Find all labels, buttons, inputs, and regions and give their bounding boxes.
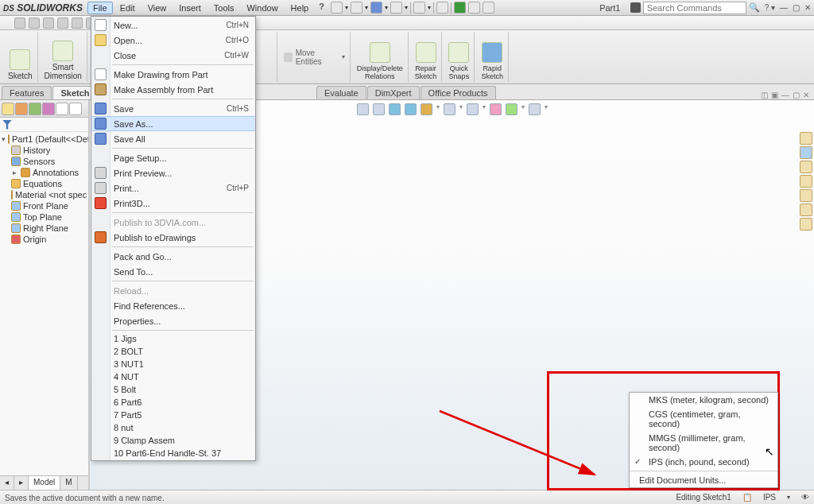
- file-save-all[interactable]: Save All: [91, 131, 255, 146]
- recent-file[interactable]: 2 BOLT: [91, 345, 255, 358]
- vp-icon[interactable]: ▢: [793, 91, 800, 99]
- vp-icon[interactable]: ◫: [761, 91, 768, 99]
- taskpane-icon[interactable]: [800, 132, 812, 145]
- vp-icon[interactable]: ▣: [771, 91, 778, 99]
- section-icon[interactable]: [405, 103, 417, 115]
- taskpane-icon[interactable]: [800, 218, 812, 231]
- tree-item[interactable]: Origin: [0, 234, 88, 245]
- menu-tools[interactable]: Tools: [208, 2, 240, 14]
- recent-file[interactable]: 10 Part6-End Handle-St. 37: [91, 447, 255, 459]
- menu-edit[interactable]: Edit: [114, 2, 141, 14]
- tab-model[interactable]: Model: [29, 476, 60, 490]
- tab-features[interactable]: Features: [2, 86, 52, 99]
- tree-item[interactable]: Equations: [0, 178, 88, 189]
- file-open[interactable]: Open...Ctrl+O: [91, 33, 255, 48]
- scene-icon[interactable]: [506, 103, 517, 115]
- qat-icon[interactable]: [29, 17, 40, 29]
- recent-file[interactable]: 4 NUT: [91, 370, 255, 383]
- bt-arrow[interactable]: ▸: [14, 476, 29, 490]
- recent-file[interactable]: 6 Part6: [91, 396, 255, 409]
- file-send-to[interactable]: Send To...: [91, 264, 255, 279]
- ribbon-repair-sketch[interactable]: Repair Sketch: [410, 32, 443, 82]
- search-go-icon[interactable]: 🔍: [749, 2, 760, 13]
- units-mks[interactable]: MKS (meter, kilogram, second): [630, 393, 777, 407]
- search-input[interactable]: Search Commands: [643, 2, 746, 14]
- minimize-icon[interactable]: —: [780, 3, 788, 12]
- taskpane-icon[interactable]: [800, 161, 812, 173]
- recent-file[interactable]: 9 Clamp Assem: [91, 434, 255, 447]
- file-close[interactable]: CloseCtrl+W: [91, 48, 255, 63]
- menu-file[interactable]: File: [87, 2, 113, 14]
- prev-view-icon[interactable]: [389, 103, 401, 115]
- fm-tab-icon[interactable]: [29, 103, 41, 115]
- new-doc-icon[interactable]: [331, 2, 343, 14]
- tree-root[interactable]: ▾Part1 (Default<<Default: [0, 134, 88, 145]
- vp-icon[interactable]: —: [781, 91, 789, 99]
- tree-item[interactable]: Front Plane: [0, 200, 88, 211]
- fm-tab-icon[interactable]: [69, 103, 82, 115]
- save-icon[interactable]: [370, 2, 382, 14]
- search-commands[interactable]: Search Commands 🔍: [630, 2, 760, 14]
- taskpane-icon[interactable]: [800, 146, 812, 159]
- bt-arrow[interactable]: ◂: [0, 476, 14, 490]
- recent-file[interactable]: 7 Part5: [91, 409, 255, 421]
- menu-view[interactable]: View: [142, 2, 172, 14]
- tree-item[interactable]: Right Plane: [0, 223, 88, 234]
- fm-tab-icon[interactable]: [2, 103, 14, 115]
- tab-evaluate[interactable]: Evaluate: [316, 86, 366, 99]
- taskpane-icon[interactable]: [800, 189, 812, 202]
- options-icon[interactable]: [454, 2, 466, 14]
- display-style-icon[interactable]: [444, 103, 455, 115]
- ribbon-move[interactable]: Move Entities▾: [279, 32, 351, 82]
- file-save[interactable]: SaveCtrl+S: [91, 101, 255, 116]
- status-units[interactable]: IPS: [763, 493, 776, 502]
- tree-item[interactable]: Material <not spec: [0, 189, 88, 200]
- help-icon[interactable]: ?: [319, 2, 324, 14]
- tree-item[interactable]: ▸Annotations: [0, 167, 88, 178]
- ribbon-sketch[interactable]: Sketch: [3, 32, 38, 82]
- tree-item[interactable]: History: [0, 145, 88, 156]
- recent-file[interactable]: 5 Bolt: [91, 383, 255, 396]
- units-cgs[interactable]: CGS (centimeter, gram, second): [630, 407, 777, 431]
- ribbon-quick-snaps[interactable]: Quick Snaps: [444, 32, 475, 82]
- maximize-icon[interactable]: ▢: [793, 3, 800, 12]
- fm-tab-icon[interactable]: [15, 103, 28, 115]
- fm-tab-icon[interactable]: [42, 103, 55, 115]
- file-print[interactable]: Print...Ctrl+P: [91, 180, 255, 196]
- file-print3d[interactable]: Print3D...: [91, 196, 255, 211]
- recent-file[interactable]: 8 nut: [91, 421, 255, 434]
- zoom-fit-icon[interactable]: [357, 103, 369, 115]
- taskpane-icon[interactable]: [800, 175, 812, 188]
- file-print-preview[interactable]: Print Preview...: [91, 165, 255, 180]
- select-icon[interactable]: [436, 2, 448, 14]
- qat-icon[interactable]: [57, 17, 68, 29]
- recent-file[interactable]: 1 Jigs: [91, 332, 255, 345]
- ribbon-display-relations[interactable]: Display/Delete Relations: [352, 32, 409, 82]
- units-edit[interactable]: Edit Document Units...: [630, 473, 777, 487]
- feature-tree[interactable]: ▾Part1 (Default<<Default History Sensors…: [0, 132, 88, 475]
- view-settings-icon[interactable]: [529, 103, 541, 115]
- tree-item[interactable]: Top Plane: [0, 211, 88, 223]
- file-new[interactable]: New...Ctrl+N: [91, 17, 255, 33]
- rebuild-icon[interactable]: [413, 2, 425, 14]
- file-make-drawing[interactable]: Make Drawing from Part: [91, 67, 255, 82]
- taskpane-icon[interactable]: [800, 204, 812, 216]
- tree-filter[interactable]: [0, 118, 88, 132]
- qat-icon[interactable]: [72, 17, 83, 29]
- file-pack-and-go[interactable]: Pack and Go...: [91, 249, 255, 264]
- recent-file[interactable]: 3 NUT1: [91, 358, 255, 370]
- file-save-as[interactable]: Save As...: [91, 116, 255, 131]
- options2-icon[interactable]: [468, 2, 480, 14]
- zoom-area-icon[interactable]: [373, 103, 385, 115]
- menu-insert[interactable]: Insert: [173, 2, 207, 14]
- status-icon[interactable]: 👁: [801, 493, 809, 502]
- ribbon-smart-dimension[interactable]: Smart Dimension: [40, 32, 87, 82]
- file-make-assembly[interactable]: Make Assembly from Part: [91, 82, 255, 97]
- tab-office-products[interactable]: Office Products: [421, 86, 496, 99]
- file-find-references[interactable]: Find References...: [91, 298, 255, 313]
- open-doc-icon[interactable]: [351, 2, 362, 14]
- appearance-icon[interactable]: [490, 103, 502, 115]
- tab-dimxpert[interactable]: DimXpert: [367, 86, 420, 99]
- tab-m[interactable]: M: [60, 476, 77, 490]
- units-ips[interactable]: IPS (inch, pound, second): [630, 455, 777, 469]
